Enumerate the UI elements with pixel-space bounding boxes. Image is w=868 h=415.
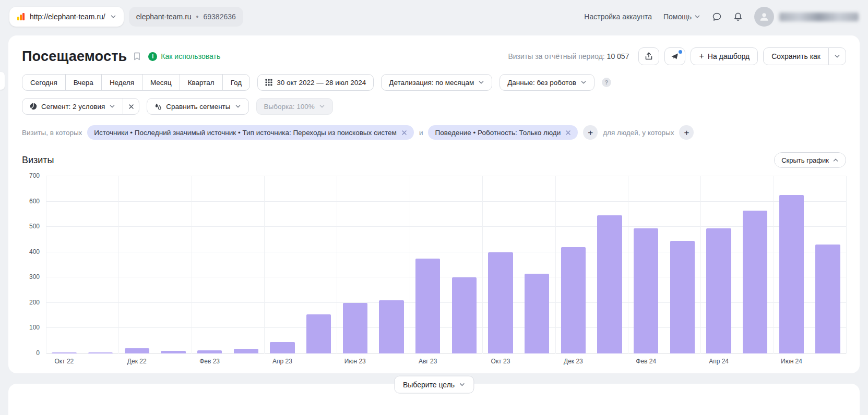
x-tick-label: Фев 24 <box>636 358 656 365</box>
x-tick-label: Июн 24 <box>781 358 802 365</box>
user-email-redacted <box>779 13 859 21</box>
info-icon: i <box>148 52 157 61</box>
help-link[interactable]: Помощь <box>663 13 700 21</box>
chart-bar[interactable] <box>706 228 731 353</box>
avatar[interactable] <box>754 7 774 27</box>
h-gridline <box>46 201 846 202</box>
h-gridline <box>46 176 846 176</box>
close-icon[interactable] <box>401 130 407 136</box>
v-gridline <box>700 176 701 353</box>
segment-clear-button[interactable] <box>123 98 139 115</box>
y-tick-label: 200 <box>29 299 40 306</box>
chart-bar[interactable] <box>306 314 331 353</box>
x-tick-label: Июн 23 <box>344 358 366 365</box>
account-settings-link[interactable]: Настройка аккаунта <box>584 13 652 21</box>
preset-quarter[interactable]: Квартал <box>180 74 223 91</box>
chart-bar[interactable] <box>525 274 549 353</box>
how-to-use[interactable]: i Как использовать <box>148 52 220 61</box>
select-goal-button[interactable]: Выберите цель <box>394 376 474 394</box>
chart-bar[interactable] <box>815 245 840 353</box>
chevron-down-icon <box>478 79 484 86</box>
segment-dropdown[interactable]: Сегмент: 2 условия <box>22 98 123 115</box>
plus-icon: + <box>699 52 704 60</box>
detalization-label: Детализация: по месяцам <box>389 79 474 87</box>
add-visit-condition-button[interactable]: + <box>583 125 598 140</box>
chart-bar[interactable] <box>561 247 586 353</box>
chart-bar[interactable] <box>343 303 367 353</box>
chevron-down-icon <box>580 79 587 86</box>
v-gridline <box>410 176 410 353</box>
separator-dot: • <box>196 13 199 21</box>
notification-dot <box>679 50 682 54</box>
segment-group: Сегмент: 2 условия <box>22 98 139 115</box>
sampling-dropdown[interactable]: Выборка: 100% <box>256 98 333 115</box>
chart-bar[interactable] <box>379 300 403 353</box>
compare-segments-dropdown[interactable]: Сравнить сегменты <box>147 98 248 115</box>
close-icon[interactable] <box>565 130 571 136</box>
preset-week[interactable]: Неделя <box>101 74 142 91</box>
close-icon <box>128 104 134 109</box>
chip-robots-condition[interactable]: Поведение • Роботность: Только люди <box>428 125 578 140</box>
chevron-down-icon <box>235 103 241 109</box>
date-range-button[interactable]: 30 окт 2022 — 28 июл 2024 <box>257 74 374 91</box>
preset-month[interactable]: Месяц <box>142 74 180 91</box>
topbar-right: Настройка аккаунта Помощь <box>584 7 859 27</box>
counter-domain: elephant-team.ru <box>136 13 192 21</box>
v-gridline <box>555 176 556 353</box>
v-gridline <box>46 176 46 353</box>
chevron-down-icon <box>834 53 840 59</box>
select-goal-label: Выберите цель <box>403 381 455 389</box>
chart-bar[interactable] <box>125 348 149 353</box>
y-tick-label: 600 <box>29 198 40 205</box>
chat-icon[interactable] <box>712 12 722 22</box>
chip-source-condition[interactable]: Источники • Последний значимый источник … <box>87 125 414 140</box>
person-icon <box>758 11 770 22</box>
segment-label: Сегмент: 2 условия <box>41 103 105 111</box>
add-people-condition-button[interactable]: + <box>679 125 694 140</box>
chart-bar[interactable] <box>452 277 477 353</box>
chart-plot <box>46 176 846 353</box>
add-to-dashboard-button[interactable]: + На дашборд <box>691 47 758 65</box>
chart-bar[interactable] <box>743 211 767 353</box>
v-gridline <box>337 176 337 353</box>
chart-bar[interactable] <box>415 259 440 353</box>
counter-switcher[interactable]: http://elephant-team.ru/ <box>9 7 124 27</box>
chip-source-label: Источники • Последний значимый источник … <box>94 129 397 137</box>
chart-bar[interactable] <box>634 228 658 353</box>
v-gridline <box>264 176 265 353</box>
chart-bar[interactable] <box>597 215 622 353</box>
data-mode-dropdown[interactable]: Данные: без роботов <box>500 74 594 91</box>
x-tick-label: Апр 23 <box>272 358 292 365</box>
h-gridline <box>46 226 846 227</box>
compare-segments-label: Сравнить сегменты <box>166 103 230 111</box>
preset-today[interactable]: Сегодня <box>22 74 66 91</box>
visits-summary-value: 10 057 <box>607 52 629 60</box>
export-button[interactable] <box>638 47 659 65</box>
v-gridline <box>774 176 774 353</box>
droplets-icon <box>154 103 162 110</box>
chart-bar[interactable] <box>234 349 258 353</box>
preset-yesterday[interactable]: Вчера <box>65 74 102 91</box>
chart-bar[interactable] <box>270 342 294 353</box>
hide-chart-button[interactable]: Скрыть график <box>774 152 846 168</box>
telegram-bot-button[interactable] <box>664 47 685 65</box>
chart-bar[interactable] <box>779 195 804 353</box>
sidebar-handle[interactable] <box>0 72 5 90</box>
chart-bar[interactable] <box>488 252 513 353</box>
conjunction-label: и <box>419 129 423 137</box>
topbar-left: http://elephant-team.ru/ elephant-team.r… <box>9 7 243 27</box>
preset-year[interactable]: Год <box>222 74 251 91</box>
save-as-button[interactable]: Сохранить как <box>763 47 829 65</box>
sampling-label: Выборка: 100% <box>264 103 315 111</box>
chart-bar[interactable] <box>670 241 695 353</box>
help-question-icon[interactable]: ? <box>602 78 611 87</box>
y-tick-label: 0 <box>36 349 40 357</box>
metrica-logo-icon <box>17 13 25 21</box>
people-suffix-label: для людей, у которых <box>603 129 674 137</box>
save-as-caret-button[interactable] <box>828 47 846 65</box>
how-to-use-link[interactable]: Как использовать <box>161 52 220 60</box>
chevron-up-icon <box>833 157 839 163</box>
bell-icon[interactable] <box>733 12 743 22</box>
bookmark-icon[interactable] <box>134 52 140 60</box>
detalization-dropdown[interactable]: Детализация: по месяцам <box>381 74 492 91</box>
